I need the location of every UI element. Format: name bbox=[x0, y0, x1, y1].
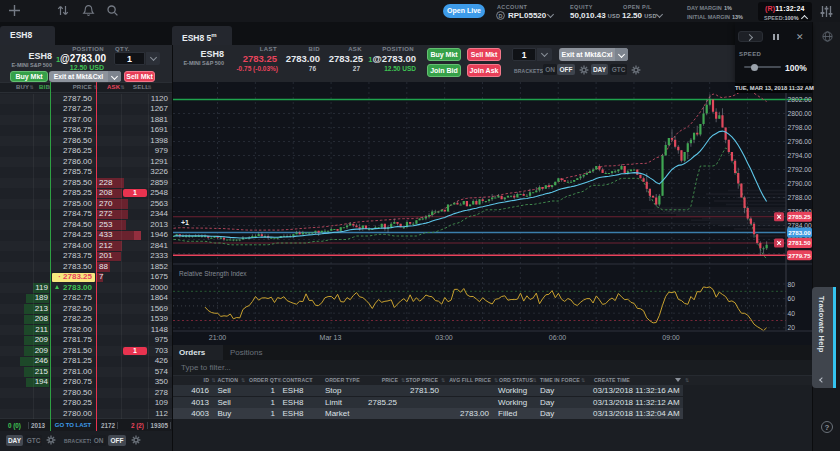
dom-row-2785.50[interactable]: 2282785.502859 bbox=[0, 178, 172, 188]
dom-col-ask[interactable]: ASK bbox=[107, 84, 120, 90]
dom-row-2781.75[interactable]: 2092781.75975 bbox=[0, 335, 172, 345]
bid-size[interactable]: 213 bbox=[0, 304, 48, 314]
bell-icon[interactable] bbox=[82, 4, 95, 17]
chart-brackets-off[interactable]: OFF bbox=[557, 64, 575, 75]
dom-row-2785.00[interactable]: 2702785.002563 bbox=[0, 199, 172, 209]
dom-row-2782.00[interactable]: 2112782.001148 bbox=[0, 325, 172, 335]
tradovate-help-tab[interactable]: Tradovate Help bbox=[812, 287, 836, 388]
chart-exit-button[interactable]: Exit at Mkt&Cxl bbox=[559, 48, 628, 61]
chart-sell-mkt-button[interactable]: Sell Mkt bbox=[467, 48, 501, 61]
price[interactable]: 2781.75 bbox=[51, 335, 92, 345]
replay-pause-icon2[interactable] bbox=[777, 34, 779, 40]
gear-icon[interactable] bbox=[46, 435, 56, 445]
price[interactable]: 2780.25 bbox=[51, 398, 92, 408]
orders-col-avg-fill-price[interactable]: AVG FILL PRICE bbox=[421, 376, 491, 385]
dom-buy-mkt-button[interactable]: Buy Mkt bbox=[10, 71, 48, 82]
replay-clock[interactable]: (R)11:32:24 SPEED:100% bbox=[758, 2, 812, 21]
dom-row-2780.50[interactable]: 2780.50278 bbox=[0, 388, 172, 398]
dom-row-2785.25[interactable]: 2082785.2512548 bbox=[0, 188, 172, 198]
orders-col-time-in-force[interactable]: TIME IN FORCE bbox=[540, 376, 580, 385]
dom-row-2783.75[interactable]: 2012783.752333 bbox=[0, 251, 172, 261]
dom-row-2784.50[interactable]: 2532784.502013 bbox=[0, 220, 172, 230]
chart-brackets-on[interactable]: ON bbox=[543, 64, 557, 75]
chart-qty-dropdown[interactable] bbox=[537, 48, 552, 61]
dom-row-2783.25[interactable]: 7· 2783.251675 bbox=[0, 272, 172, 282]
chart-join-ask-button[interactable]: Join Ask bbox=[467, 64, 501, 77]
orders-col-create-time[interactable]: CREATE TIME bbox=[594, 376, 630, 385]
order-row-4013[interactable]: 4013Sell1ESH8Limit2785.25WorkingDay03/13… bbox=[173, 397, 683, 408]
price[interactable]: 2785.00 bbox=[51, 199, 92, 209]
price[interactable]: 2784.75 bbox=[51, 209, 92, 219]
chart-qty-input[interactable]: 1 bbox=[512, 48, 536, 61]
price[interactable]: 2784.50 bbox=[51, 220, 92, 230]
dom-row-2784.00[interactable]: 2122784.002841 bbox=[0, 241, 172, 251]
order-row-4016[interactable]: 4016Sell1ESH8Stop2781.50WorkingDay03/13/… bbox=[173, 385, 683, 396]
bid-size[interactable]: 194 bbox=[0, 377, 48, 387]
account-chevron-icon[interactable] bbox=[547, 11, 554, 18]
gear-icon[interactable] bbox=[131, 435, 141, 445]
dom-row-2786.75[interactable]: 2786.751691 bbox=[0, 125, 172, 135]
bid-size[interactable]: 209 bbox=[0, 335, 48, 345]
open-pl-chevron-icon[interactable] bbox=[656, 11, 663, 18]
dom-row-2783.00[interactable]: 1192783.002000 bbox=[0, 283, 172, 293]
price[interactable]: 2782.50 bbox=[51, 304, 92, 314]
price[interactable]: 2780.75 bbox=[51, 377, 92, 387]
chart-day-toggle[interactable]: DAY bbox=[591, 64, 608, 75]
dom-row-2787.25[interactable]: 2787.251267 bbox=[0, 104, 172, 114]
tab-positions[interactable]: Positions bbox=[230, 345, 262, 360]
orders-col-id[interactable]: ID bbox=[139, 376, 209, 385]
price[interactable]: 2780.50 bbox=[51, 388, 92, 398]
dom-tab[interactable]: ESH8 bbox=[0, 26, 55, 45]
price[interactable]: 2786.00 bbox=[51, 157, 92, 167]
add-icon[interactable] bbox=[8, 4, 21, 17]
dom-row-2785.75[interactable]: 2785.753226 bbox=[0, 167, 172, 177]
price[interactable]: 2787.00 bbox=[51, 115, 92, 125]
dom-row-2786.25[interactable]: 2786.25979 bbox=[0, 146, 172, 156]
open-live-button[interactable]: Open Live bbox=[443, 4, 485, 18]
replay-play-button[interactable] bbox=[738, 31, 763, 42]
replay-speed-slider-handle[interactable] bbox=[751, 64, 758, 71]
price[interactable]: 2782.00 bbox=[51, 325, 92, 335]
orders-col-ord-status[interactable]: ORD STATUS bbox=[499, 376, 533, 385]
bid-size[interactable]: 119 bbox=[0, 283, 48, 293]
globe-icon[interactable] bbox=[822, 31, 833, 42]
dom-row-2780.25[interactable]: 2780.25109 bbox=[0, 398, 172, 408]
tab-orders[interactable]: Orders bbox=[173, 345, 223, 360]
account-value[interactable]: RPL05520 bbox=[508, 11, 546, 20]
orders-filter-input[interactable]: Type to filter... bbox=[173, 360, 813, 376]
chart-tab[interactable]: ESH8 5m bbox=[172, 26, 232, 45]
dom-row-2782.25[interactable]: 2082782.251539 bbox=[0, 314, 172, 324]
price-chart[interactable]: 2802.002800.002798.002796.002794.002792.… bbox=[172, 82, 812, 345]
dom-col-buy[interactable]: BUY bbox=[16, 84, 29, 90]
search-icon[interactable] bbox=[106, 4, 119, 17]
bid-size[interactable]: 189 bbox=[0, 293, 48, 303]
price[interactable]: 2782.75 bbox=[51, 293, 92, 303]
dom-row-2787.50[interactable]: 2787.501120 bbox=[0, 94, 172, 104]
replay-speed-slider[interactable] bbox=[744, 66, 781, 68]
gear-icon[interactable] bbox=[631, 65, 641, 75]
dom-row-2787.00[interactable]: 2787.001881 bbox=[0, 115, 172, 125]
orders-column-headers[interactable]: IDACTIONORDER QTYCONTRACTORDER TYPEPRICE… bbox=[173, 376, 813, 385]
price[interactable]: 2787.25 bbox=[51, 104, 92, 114]
dom-brackets-off[interactable]: OFF bbox=[108, 435, 126, 446]
price[interactable]: 2786.75 bbox=[51, 125, 92, 135]
price[interactable]: 2783.50 bbox=[51, 262, 92, 272]
gear-icon[interactable] bbox=[579, 65, 589, 75]
dom-row-2784.25[interactable]: 4332784.251946 bbox=[0, 230, 172, 240]
price[interactable]: 2786.50 bbox=[51, 136, 92, 146]
dom-row-2782.75[interactable]: 1892782.751864 bbox=[0, 293, 172, 303]
dom-row-2783.50[interactable]: 882783.501852 bbox=[0, 262, 172, 272]
dom-qty-dropdown[interactable] bbox=[146, 52, 160, 65]
dom-row-2782.50[interactable]: 2132782.501569 bbox=[0, 304, 172, 314]
price[interactable]: 2783.00 bbox=[51, 283, 92, 293]
chart-exit-dropdown[interactable] bbox=[615, 48, 628, 61]
dom-col-price[interactable]: PRICE bbox=[57, 84, 92, 90]
price[interactable]: 2787.50 bbox=[51, 94, 92, 104]
chart-buy-mkt-button[interactable]: Buy Mkt bbox=[427, 48, 461, 61]
dom-day-toggle[interactable]: DAY bbox=[6, 435, 23, 446]
dom-exit-button[interactable]: Exit at Mkt&Cxl bbox=[49, 71, 121, 82]
chart-join-bid-button[interactable]: Join Bid bbox=[427, 64, 461, 77]
replay-pause-icon[interactable] bbox=[773, 34, 775, 40]
price[interactable]: 2783.75 bbox=[51, 251, 92, 261]
price[interactable]: 2784.00 bbox=[51, 241, 92, 251]
